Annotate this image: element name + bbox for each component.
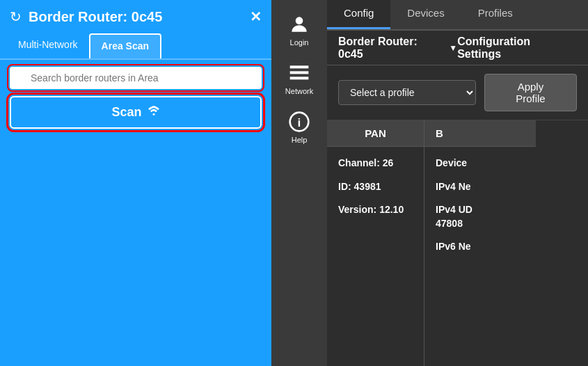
network-button[interactable]: Network	[275, 54, 324, 103]
tab-config[interactable]: Config	[327, 0, 390, 29]
router-name: Border Router: 0c45	[338, 35, 445, 61]
pan-column: PAN Channel: 26 ID: 43981 Version: 12.10	[327, 120, 424, 366]
left-header: ↻ Border Router: 0c45 ✕	[0, 0, 271, 33]
search-wrapper: 🔍	[10, 67, 262, 89]
device-column: B Device IPv4 Ne IPv4 UD 47808 IPv6 Ne	[424, 120, 536, 366]
sidebar-content	[0, 136, 271, 366]
tab-multi-network[interactable]: Multi-Network	[7, 33, 89, 58]
main-content: Config Devices Profiles Border Router: 0…	[327, 0, 588, 366]
login-label: Login	[290, 38, 309, 47]
id-row: ID: 43981	[338, 180, 413, 194]
device-label-row: Device	[436, 157, 525, 170]
search-input[interactable]	[10, 67, 262, 89]
help-label: Help	[292, 136, 308, 144]
router-selector[interactable]: Border Router: 0c45 ▼	[338, 35, 457, 61]
ipv4ud-row: IPv4 UD 47808	[436, 203, 525, 230]
data-grid: PAN Channel: 26 ID: 43981 Version: 12.10…	[327, 120, 588, 366]
scan-label: Scan	[111, 105, 141, 120]
svg-point-0	[152, 113, 154, 116]
dropdown-arrow-icon: ▼	[449, 43, 457, 53]
version-value: 12.10	[379, 204, 404, 215]
apply-profile-button[interactable]: Apply Profile	[484, 74, 577, 111]
svg-rect-2	[290, 65, 309, 68]
tab-bar: Multi-Network Area Scan	[0, 33, 271, 60]
svg-rect-3	[290, 71, 309, 74]
id-label: ID:	[338, 181, 351, 192]
config-settings-title: Configuration Settings	[457, 35, 577, 61]
main-header-bar: Border Router: 0c45 ▼ Configuration Sett…	[327, 31, 588, 65]
svg-point-1	[296, 17, 303, 24]
channel-value: 26	[383, 157, 394, 168]
id-value: 43981	[354, 181, 381, 192]
svg-text:i: i	[298, 116, 301, 129]
help-button[interactable]: i Help	[275, 103, 324, 152]
svg-rect-4	[290, 77, 309, 79]
channel-row: Channel: 26	[338, 157, 413, 170]
tab-profiles[interactable]: Profiles	[461, 0, 530, 29]
ipv4ne-row: IPv4 Ne	[436, 180, 525, 194]
login-button[interactable]: Login	[275, 6, 324, 54]
device-label: Device	[436, 157, 467, 168]
device-column-content: Device IPv4 Ne IPv4 UD 47808 IPv6 Ne	[424, 147, 536, 264]
right-icon-bar: Login Network i Help	[271, 0, 327, 366]
pan-column-header: PAN	[327, 120, 424, 147]
version-row: Version: 12.10	[338, 203, 413, 217]
pan-column-content: Channel: 26 ID: 43981 Version: 12.10	[327, 147, 424, 227]
tab-area-scan[interactable]: Area Scan	[89, 33, 161, 58]
version-label: Version:	[338, 204, 376, 215]
header-title: Border Router: 0c45	[29, 9, 243, 25]
refresh-icon[interactable]: ↻	[10, 8, 22, 25]
wifi-icon	[148, 104, 160, 120]
ipv4ud-value: 47808	[436, 218, 463, 229]
channel-label: Channel:	[338, 157, 380, 168]
ipv6ne-label: IPv6 Ne	[436, 241, 471, 252]
scan-button[interactable]: Scan	[10, 96, 262, 129]
scan-button-wrapper: Scan	[0, 96, 271, 136]
ipv4ne-label: IPv4 Ne	[436, 181, 471, 192]
ipv4ud-label: IPv4 UD	[436, 204, 472, 215]
search-area: 🔍	[0, 60, 271, 96]
close-icon[interactable]: ✕	[250, 8, 262, 25]
profile-row: Select a profile Apply Profile	[327, 65, 588, 120]
left-sidebar: ↻ Border Router: 0c45 ✕ Multi-Network Ar…	[0, 0, 271, 366]
tab-devices[interactable]: Devices	[390, 0, 461, 29]
main-tabs: Config Devices Profiles	[327, 0, 588, 31]
ipv6ne-row: IPv6 Ne	[436, 240, 525, 254]
device-column-header: B	[424, 120, 536, 147]
profile-select[interactable]: Select a profile	[338, 80, 476, 105]
network-label: Network	[285, 87, 313, 95]
